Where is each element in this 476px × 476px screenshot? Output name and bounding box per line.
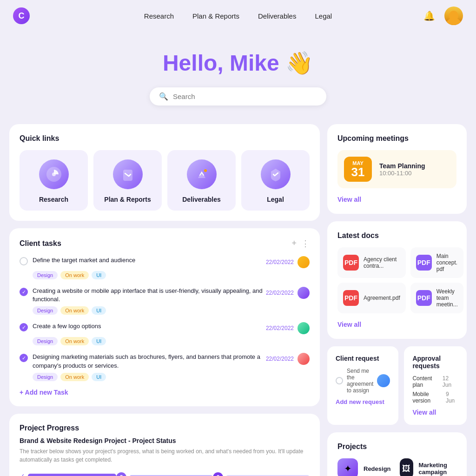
meeting-time: 10:00-11:00	[379, 170, 425, 177]
quick-links-card: Quick links Research Plan & Reports	[9, 124, 320, 221]
more-options-icon[interactable]: ⋮	[301, 238, 310, 249]
projects-card: Projects ✦ Redesign 🖼 Marketing campaign…	[327, 432, 467, 476]
project-description: The tracker below shows your project's p…	[20, 447, 310, 464]
docs-grid: PDF Agency client contra... PDF Main con…	[337, 247, 456, 313]
docs-view-all[interactable]: View all	[337, 321, 361, 328]
task-checkbox[interactable]	[20, 257, 28, 265]
task-checkbox[interactable]: ✓	[20, 323, 28, 331]
doc-name: Main concept. pdf	[436, 253, 458, 272]
task-text: Define the target market and audience	[33, 256, 135, 264]
client-tasks-title: Client tasks	[20, 239, 61, 248]
quick-link-plan-reports[interactable]: Plan & Reports	[93, 150, 162, 211]
tag-design: Design	[33, 337, 58, 345]
approval-title: Approval requests	[412, 355, 458, 370]
stage-launch: 3 Launch Stage	[213, 472, 310, 476]
search-input[interactable]	[173, 93, 317, 100]
client-request-title: Client request	[336, 355, 390, 362]
approvals-view-all[interactable]: View all	[412, 409, 436, 416]
pdf-icon: PDF	[343, 290, 359, 306]
svg-point-1	[445, 18, 462, 25]
approval-date: 12 Jun	[443, 375, 458, 388]
project-name: Brand & Website Redesign Project - Proje…	[20, 437, 310, 444]
meeting-title: Team Planning	[379, 162, 425, 170]
legal-icon	[261, 159, 291, 189]
project-progress-card: Project Progress Brand & Website Redesig…	[9, 414, 320, 476]
client-tasks-card: Client tasks + ⋮ Define the target marke…	[9, 228, 320, 406]
task-date: 22/02/2022	[266, 325, 294, 331]
redesign-icon: ✦	[337, 458, 358, 476]
doc-item[interactable]: PDF Weekly team meetin...	[410, 283, 463, 313]
hero-section: Hello, Mike 👋 🔍	[0, 32, 476, 119]
quick-links-grid: Research Plan & Reports Deliverables	[20, 150, 310, 211]
nav-right: 🔔	[421, 7, 463, 25]
request-item: Send me the agreement to assign	[336, 368, 390, 394]
project-item-redesign[interactable]: ✦ Redesign	[337, 458, 394, 476]
doc-item[interactable]: PDF Agency client contra...	[337, 247, 406, 278]
task-text: Designing marketing materials such as br…	[33, 353, 266, 370]
request-avatar	[377, 374, 390, 387]
project-item-marketing[interactable]: 🖼 Marketing campaign	[400, 458, 456, 476]
add-task-icon[interactable]: +	[291, 238, 297, 249]
pdf-icon: PDF	[416, 255, 432, 271]
project-name: Marketing campaign	[419, 462, 456, 476]
stage-number: 2	[116, 472, 126, 476]
deliverables-label: Deliverables	[182, 196, 221, 203]
progress-stages: ✓ Getting started 2 Branding & Website R…	[20, 472, 310, 476]
nav-legal[interactable]: Legal	[315, 12, 332, 20]
client-tasks-header: Client tasks + ⋮	[20, 238, 310, 249]
task-item: ✓ Designing marketing materials such as …	[20, 353, 310, 381]
tag-ui: UI	[92, 306, 106, 315]
meeting-day: 31	[346, 166, 370, 178]
nav-research[interactable]: Research	[144, 12, 174, 20]
marketing-icon: 🖼	[400, 458, 413, 476]
doc-item[interactable]: PDF Main concept. pdf	[410, 247, 463, 278]
project-name: Redesign	[364, 465, 391, 472]
task-item: ✓ Create a few logo options 22/02/2022 D…	[20, 322, 310, 345]
quick-link-legal[interactable]: Legal	[241, 150, 310, 211]
tag-onwork: On work	[60, 373, 89, 381]
search-icon: 🔍	[159, 92, 168, 101]
tag-ui: UI	[92, 337, 106, 345]
add-request-button[interactable]: Add new request	[336, 398, 390, 405]
approval-name: Content plan	[412, 375, 442, 388]
logo[interactable]: C	[13, 7, 30, 24]
deliverables-icon	[187, 159, 217, 189]
nav-deliverables[interactable]: Deliverables	[258, 12, 297, 20]
avatar[interactable]	[444, 7, 463, 25]
task-date: 22/02/2022	[266, 290, 294, 296]
approval-item: Mobile version 9 Jun	[412, 391, 458, 404]
quick-links-title: Quick links	[20, 134, 310, 143]
tag-onwork: On work	[60, 306, 89, 315]
pdf-icon: PDF	[343, 255, 359, 271]
projects-grid: ✦ Redesign 🖼 Marketing campaign	[337, 458, 456, 476]
greeting: Hello, Mike 👋	[9, 50, 467, 76]
task-checkbox[interactable]: ✓	[20, 354, 28, 362]
quick-link-research[interactable]: Research	[20, 150, 88, 211]
tag-onwork: On work	[60, 337, 89, 345]
svg-point-3	[52, 172, 56, 176]
bottom-cards: Client request Send me the agreement to …	[327, 346, 467, 425]
add-task-button[interactable]: + Add new Task	[20, 389, 310, 396]
doc-name: Weekly team meetin...	[436, 288, 458, 308]
notification-bell-icon[interactable]: 🔔	[421, 8, 437, 24]
stage-branding: 2 Branding & Website Redesign	[116, 472, 213, 476]
nav-plan-reports[interactable]: Plan & Reports	[192, 12, 239, 20]
stage-bar	[28, 474, 116, 476]
request-text: Send me the agreement to assign	[347, 368, 373, 394]
task-actions: + ⋮	[291, 238, 310, 249]
meetings-title: Upcoming meetings	[337, 134, 456, 143]
doc-item[interactable]: PDF Agreement.pdf	[337, 283, 406, 313]
meetings-view-all[interactable]: View all	[337, 196, 361, 203]
projects-title: Projects	[337, 443, 456, 451]
request-checkbox[interactable]	[336, 377, 343, 384]
approval-name: Mobile version	[412, 391, 446, 404]
tag-ui: UI	[92, 373, 106, 381]
research-icon	[39, 159, 69, 189]
quick-link-deliverables[interactable]: Deliverables	[167, 150, 236, 211]
search-bar[interactable]: 🔍	[150, 87, 326, 106]
tag-design: Design	[33, 271, 58, 279]
task-checkbox[interactable]: ✓	[20, 288, 28, 296]
latest-docs-card: Latest docs PDF Agency client contra... …	[327, 221, 467, 339]
task-text: Creating a website or mobile app interfa…	[33, 287, 266, 304]
stage-getting-started: ✓ Getting started	[20, 472, 116, 476]
